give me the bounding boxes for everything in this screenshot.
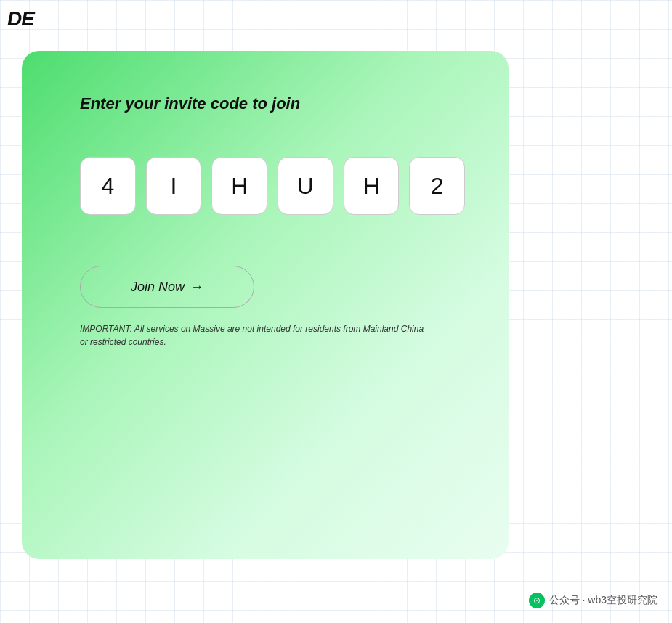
code-box-3[interactable]: U bbox=[278, 157, 333, 215]
page-title: DE bbox=[7, 7, 34, 30]
watermark-text: 公众号 · wb3空投研究院 bbox=[549, 594, 657, 607]
code-box-0[interactable]: 4 bbox=[80, 157, 136, 215]
important-notice: IMPORTANT: All services on Massive are n… bbox=[80, 322, 429, 349]
wechat-icon: ⊙ bbox=[529, 593, 545, 608]
code-box-4[interactable]: H bbox=[344, 157, 400, 215]
code-box-5[interactable]: 2 bbox=[409, 157, 465, 215]
invite-heading: Enter your invite code to join bbox=[80, 94, 465, 113]
invite-card: Enter your invite code to join 4 I H U H… bbox=[22, 51, 509, 559]
join-now-arrow: → bbox=[190, 280, 203, 295]
join-now-button[interactable]: Join Now → bbox=[80, 266, 254, 308]
code-box-1[interactable]: I bbox=[146, 157, 202, 215]
join-now-label: Join Now bbox=[131, 280, 185, 295]
code-boxes-container: 4 I H U H 2 bbox=[80, 157, 465, 215]
watermark: ⊙ 公众号 · wb3空投研究院 bbox=[529, 593, 657, 608]
code-box-2[interactable]: H bbox=[211, 157, 267, 215]
